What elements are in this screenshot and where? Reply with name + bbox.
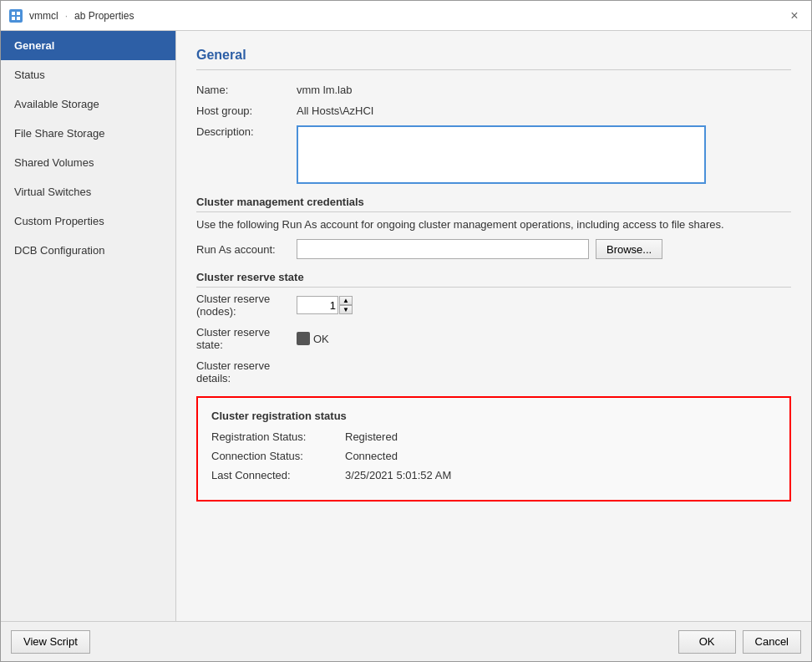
sidebar-item-shared-volumes[interactable]: Shared Volumes xyxy=(1,148,175,177)
cluster-reserve-details-row: Cluster reserve details: xyxy=(196,359,791,384)
name-row: Name: vmm lm.lab xyxy=(196,84,791,96)
cluster-reserve-nodes-row: Cluster reserve (nodes): ▲ ▼ xyxy=(196,293,791,318)
sidebar-item-general[interactable]: General xyxy=(1,31,175,60)
last-connected-label: Last Connected: xyxy=(211,469,345,481)
registration-status-row: Registration Status: Registered xyxy=(211,430,776,443)
cluster-reserve-details-label: Cluster reserve details: xyxy=(196,359,297,384)
spinbox-wrap: ▲ ▼ xyxy=(297,296,353,314)
sidebar-item-virtual-switches[interactable]: Virtual Switches xyxy=(1,177,175,206)
footer: View Script OK Cancel xyxy=(1,621,811,661)
cluster-reserve-state-value: OK xyxy=(313,333,329,345)
description-label: Description: xyxy=(196,125,297,138)
run-as-label: Run As account: xyxy=(196,243,297,256)
cluster-reserve-section: Cluster reserve state Cluster reserve (n… xyxy=(196,271,791,384)
registration-status-value: Registered xyxy=(345,430,398,443)
cluster-reserve-header: Cluster reserve state xyxy=(196,271,791,288)
svg-rect-3 xyxy=(17,17,20,20)
last-connected-row: Last Connected: 3/25/2021 5:01:52 AM xyxy=(211,469,776,481)
status-ok-icon xyxy=(297,332,310,345)
cluster-reserve-nodes-label: Cluster reserve (nodes): xyxy=(196,293,297,318)
description-row: Description: xyxy=(196,125,791,184)
spinbox-buttons: ▲ ▼ xyxy=(339,296,353,314)
registration-status-label: Registration Status: xyxy=(211,430,345,443)
description-area: Description: xyxy=(196,125,791,184)
connection-status-value: Connected xyxy=(345,450,398,462)
svg-rect-0 xyxy=(12,12,15,15)
sidebar-item-dcb-configuration[interactable]: DCB Configuration xyxy=(1,236,175,265)
svg-rect-1 xyxy=(17,12,20,15)
sidebar-item-available-storage[interactable]: Available Storage xyxy=(1,89,175,119)
cluster-reserve-state-icon: OK xyxy=(297,332,329,345)
last-connected-value: 3/25/2021 5:01:52 AM xyxy=(345,469,451,481)
footer-right: OK Cancel xyxy=(678,630,801,654)
footer-left: View Script xyxy=(11,630,90,654)
cancel-button[interactable]: Cancel xyxy=(743,630,801,654)
cluster-registration-header: Cluster registration status xyxy=(211,410,776,422)
host-group-row: Host group: All Hosts\AzHCI xyxy=(196,104,791,117)
sidebar: General Status Available Storage File Sh… xyxy=(1,31,176,621)
spinbox-down-button[interactable]: ▼ xyxy=(339,305,353,314)
svg-rect-2 xyxy=(12,17,15,20)
content-area: General Status Available Storage File Sh… xyxy=(1,31,811,621)
host-group-value: All Hosts\AzHCI xyxy=(297,104,373,117)
browse-button[interactable]: Browse... xyxy=(596,239,662,259)
sidebar-item-custom-properties[interactable]: Custom Properties xyxy=(1,206,175,236)
run-as-input[interactable] xyxy=(297,239,589,259)
sidebar-item-status[interactable]: Status xyxy=(1,60,175,89)
cluster-mgmt-section: Cluster management credentials Use the f… xyxy=(196,196,791,259)
section-title: General xyxy=(196,48,791,70)
cluster-reserve-state-label: Cluster reserve state: xyxy=(196,326,297,351)
dialog-window: vmmcl · ab Properties × General Status A… xyxy=(0,0,812,662)
cluster-reserve-state-row: Cluster reserve state: OK xyxy=(196,326,791,351)
host-group-label: Host group: xyxy=(196,104,297,117)
connection-status-label: Connection Status: xyxy=(211,450,345,462)
app-icon xyxy=(9,9,23,23)
close-button[interactable]: × xyxy=(786,8,803,24)
connection-status-row: Connection Status: Connected xyxy=(211,450,776,462)
view-script-button[interactable]: View Script xyxy=(11,630,90,654)
spinbox-up-button[interactable]: ▲ xyxy=(339,296,353,305)
cluster-registration-box: Cluster registration status Registration… xyxy=(196,396,791,502)
title-separator: · xyxy=(65,10,68,22)
main-panel: General Name: vmm lm.lab Host group: All… xyxy=(176,31,811,621)
cluster-mgmt-desc: Use the following Run As account for ong… xyxy=(196,217,791,232)
name-value: vmm lm.lab xyxy=(297,84,352,96)
title-bar: vmmcl · ab Properties × xyxy=(1,1,811,31)
dialog-title: ab Properties xyxy=(74,10,134,22)
run-as-row: Run As account: Browse... xyxy=(196,239,791,259)
title-bar-left: vmmcl · ab Properties xyxy=(9,9,134,23)
app-name: vmmcl xyxy=(29,10,58,22)
description-textarea[interactable] xyxy=(297,125,706,184)
name-label: Name: xyxy=(196,84,297,96)
cluster-mgmt-header: Cluster management credentials xyxy=(196,196,791,212)
sidebar-item-file-share-storage[interactable]: File Share Storage xyxy=(1,119,175,148)
cluster-reserve-nodes-input[interactable] xyxy=(297,296,338,314)
ok-button[interactable]: OK xyxy=(678,630,736,654)
